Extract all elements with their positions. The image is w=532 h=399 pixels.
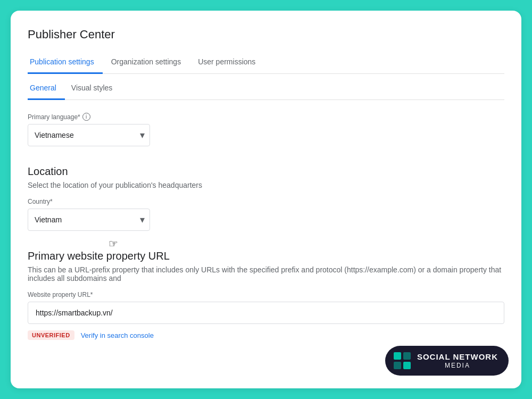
unverified-badge: UNVERIFIED bbox=[28, 330, 74, 340]
svg-rect-1 bbox=[403, 352, 411, 360]
country-select[interactable]: Vietnam United States United Kingdom Fra… bbox=[28, 209, 150, 231]
svg-rect-2 bbox=[394, 362, 401, 369]
primary-language-select-wrapper: Vietnamese English French Spanish ▾ ☞ bbox=[28, 124, 150, 146]
top-tabs: Publication settings Organization settin… bbox=[28, 52, 504, 74]
primary-language-section: Primary language* i Vietnamese English F… bbox=[28, 113, 504, 146]
brand-badge: SOCIAL NETWORK MEDIA bbox=[385, 346, 509, 376]
country-select-wrapper: Vietnam United States United Kingdom Fra… bbox=[28, 209, 150, 231]
website-title: Primary website property URL bbox=[28, 250, 504, 262]
location-section: Location Select the location of your pub… bbox=[28, 165, 504, 231]
tab-visual-styles[interactable]: Visual styles bbox=[69, 78, 121, 100]
primary-language-info-icon[interactable]: i bbox=[82, 113, 90, 121]
location-description: Select the location of your publication'… bbox=[28, 181, 504, 189]
verification-row: UNVERIFIED Verify in search console bbox=[28, 330, 504, 340]
sub-tabs: General Visual styles bbox=[28, 78, 504, 100]
website-section: Primary website property URL This can be… bbox=[28, 250, 504, 340]
url-input-wrapper bbox=[28, 302, 504, 324]
url-input[interactable] bbox=[28, 302, 504, 324]
brand-logo bbox=[393, 351, 412, 370]
svg-rect-0 bbox=[394, 352, 401, 360]
country-label: Country* bbox=[28, 198, 504, 205]
brand-name: SOCIAL NETWORK bbox=[417, 352, 498, 361]
brand-logo-svg bbox=[393, 351, 412, 370]
website-description: This can be a URL-prefix property that i… bbox=[28, 265, 504, 282]
tab-organization-settings[interactable]: Organization settings bbox=[103, 52, 190, 74]
url-label: Website property URL* bbox=[28, 291, 504, 298]
tab-general[interactable]: General bbox=[28, 78, 65, 100]
brand-text: SOCIAL NETWORK MEDIA bbox=[417, 352, 498, 369]
verify-link[interactable]: Verify in search console bbox=[81, 331, 154, 339]
main-card: Publisher Center Publication settings Or… bbox=[11, 11, 521, 388]
location-title: Location bbox=[28, 165, 504, 178]
tab-publication-settings[interactable]: Publication settings bbox=[28, 52, 103, 74]
app-title: Publisher Center bbox=[28, 28, 504, 41]
brand-sub: MEDIA bbox=[417, 362, 498, 369]
primary-language-select[interactable]: Vietnamese English French Spanish bbox=[28, 124, 150, 146]
tab-user-permissions[interactable]: User permissions bbox=[189, 52, 264, 74]
cursor-hand-icon: ☞ bbox=[109, 237, 118, 250]
svg-rect-3 bbox=[403, 362, 411, 369]
primary-language-label: Primary language* i bbox=[28, 113, 504, 121]
